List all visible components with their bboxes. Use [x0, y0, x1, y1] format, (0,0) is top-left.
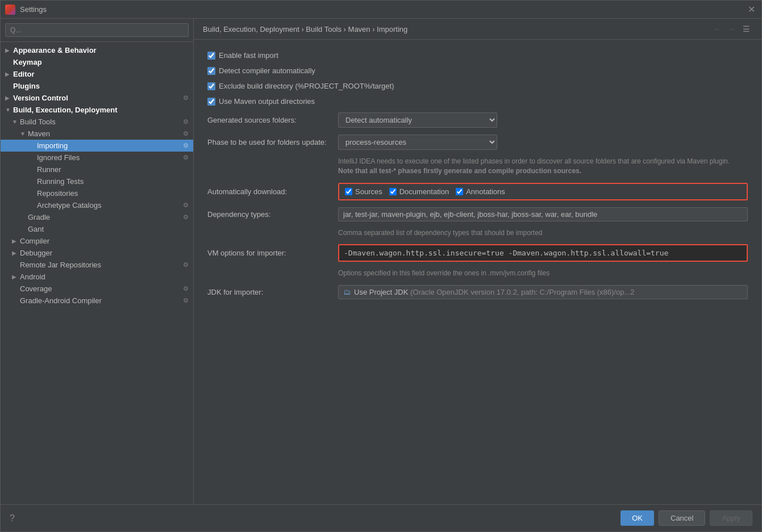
tree-label-gradle-android-compiler: Gradle-Android Compiler: [20, 296, 183, 305]
tree-label-debugger: Debugger: [20, 249, 189, 257]
generated-sources-label: Generated sources folders:: [207, 116, 338, 124]
checkbox-label-use-maven-output[interactable]: Use Maven output directories: [207, 97, 315, 106]
jdk-value: Use Project JDK (Oracle OpenJDK version …: [354, 288, 635, 296]
phase-info-text: IntelliJ IDEA needs to execute one of th…: [207, 157, 748, 176]
checkbox-use-maven-output[interactable]: [207, 98, 215, 106]
checkbox-row-exclude-build-dir: Exclude build directory (%PROJECT_ROOT%/…: [207, 82, 748, 90]
sidebar-item-maven[interactable]: ▼Maven⚙: [1, 128, 193, 140]
generated-sources-field: Generated sources folders: Detect automa…: [207, 112, 748, 128]
auto-download-text-documentation: Documentation: [399, 187, 449, 196]
title-bar: Settings ✕: [1, 1, 761, 19]
tree-label-gant: Gant: [28, 225, 189, 233]
sidebar-item-version-control[interactable]: ▶Version Control⚙: [1, 92, 193, 104]
sidebar-item-plugins[interactable]: Plugins: [1, 80, 193, 92]
vm-options-field: VM options for importer:: [207, 244, 748, 262]
auto-download-text-sources: Sources: [355, 187, 382, 196]
nav-forward-button[interactable]: →: [726, 23, 738, 35]
settings-tree: ▶Appearance & BehaviorKeymap▶EditorPlugi…: [1, 42, 193, 504]
tree-label-archetype-catalogs: Archetype Catalogs: [37, 201, 183, 210]
auto-download-label-annotations[interactable]: Annotations: [456, 187, 505, 196]
jdk-icon: 🗂: [343, 288, 351, 296]
tree-arrow-android: ▶: [12, 274, 20, 280]
tree-arrow-editor: ▶: [5, 71, 13, 77]
tree-label-plugins: Plugins: [13, 82, 189, 90]
tree-label-running-tests: Running Tests: [37, 177, 189, 186]
checkbox-text-detect-compiler: Detect compiler automatically: [219, 66, 315, 75]
ok-button[interactable]: OK: [621, 510, 654, 526]
sidebar-item-gradle[interactable]: Gradle⚙: [1, 211, 193, 223]
nav-menu-button[interactable]: ☰: [740, 23, 752, 35]
tree-label-compiler: Compiler: [20, 237, 189, 245]
tree-label-version-control: Version Control: [13, 94, 183, 102]
sidebar-item-debugger[interactable]: ▶Debugger: [1, 247, 193, 259]
sidebar-item-compiler[interactable]: ▶Compiler: [1, 235, 193, 247]
jdk-selector[interactable]: 🗂 Use Project JDK (Oracle OpenJDK versio…: [338, 285, 748, 299]
auto-download-checkbox-sources[interactable]: [345, 188, 352, 195]
tree-arrow-compiler: ▶: [12, 238, 20, 244]
sidebar-item-gant[interactable]: Gant: [1, 223, 193, 235]
checkbox-detect-compiler[interactable]: [207, 67, 215, 75]
settings-content: Enable fast importDetect compiler automa…: [194, 40, 761, 504]
checkbox-label-detect-compiler[interactable]: Detect compiler automatically: [207, 66, 315, 75]
auto-download-checkbox-documentation[interactable]: [389, 188, 397, 195]
sidebar-item-runner[interactable]: Runner: [1, 164, 193, 175]
checkbox-exclude-build-dir[interactable]: [207, 82, 215, 90]
sidebar-item-running-tests[interactable]: Running Tests: [1, 175, 193, 187]
sidebar-item-gradle-android-compiler[interactable]: Gradle-Android Compiler⚙: [1, 295, 193, 307]
nav-back-button[interactable]: ←: [711, 23, 723, 35]
sidebar-item-archetype-catalogs[interactable]: Archetype Catalogs⚙: [1, 199, 193, 211]
jdk-label: JDK for importer:: [207, 288, 338, 296]
jdk-field: JDK for importer: 🗂 Use Project JDK (Ora…: [207, 285, 748, 299]
sidebar: ▶Appearance & BehaviorKeymap▶EditorPlugi…: [1, 19, 194, 504]
checkbox-enable-fast-import[interactable]: [207, 52, 215, 60]
sidebar-item-build-exec-deploy[interactable]: ▼Build, Execution, Deployment: [1, 104, 193, 116]
checkbox-label-enable-fast-import[interactable]: Enable fast import: [207, 51, 278, 60]
sidebar-item-coverage[interactable]: Coverage⚙: [1, 283, 193, 295]
auto-download-checkbox-annotations[interactable]: [456, 188, 463, 195]
sidebar-item-build-tools[interactable]: ▼Build Tools⚙: [1, 116, 193, 128]
gear-icon-coverage: ⚙: [183, 285, 189, 292]
sidebar-item-importing[interactable]: Importing⚙: [1, 140, 193, 152]
tree-label-appearance: Appearance & Behavior: [13, 46, 189, 55]
auto-download-label: Automatically download:: [207, 187, 338, 196]
dependency-types-control: [338, 207, 748, 221]
gear-icon-remote-jar-repos: ⚙: [183, 261, 189, 269]
tree-label-remote-jar-repos: Remote Jar Repositories: [20, 261, 183, 269]
app-icon: [5, 5, 15, 15]
close-button[interactable]: ✕: [748, 5, 757, 14]
dependency-types-hint: Comma separated list of dependency types…: [207, 228, 748, 238]
phase-field: Phase to be used for folders update: pro…: [207, 135, 748, 150]
sidebar-item-appearance[interactable]: ▶Appearance & Behavior: [1, 44, 193, 56]
checkbox-label-exclude-build-dir[interactable]: Exclude build directory (%PROJECT_ROOT%/…: [207, 82, 394, 90]
gear-icon-gradle: ⚙: [183, 213, 189, 221]
footer: ? OK Cancel Apply: [1, 504, 761, 531]
auto-download-label-sources[interactable]: Sources: [345, 187, 382, 196]
dependency-types-label: Dependency types:: [207, 210, 338, 219]
breadcrumb-nav: ← → ☰: [711, 23, 752, 35]
apply-button[interactable]: Apply: [710, 510, 752, 526]
tree-label-coverage: Coverage: [20, 284, 183, 293]
sidebar-item-repositories[interactable]: Repositories: [1, 187, 193, 199]
auto-download-control: SourcesDocumentationAnnotations: [338, 183, 748, 200]
jdk-control: 🗂 Use Project JDK (Oracle OpenJDK versio…: [338, 285, 748, 299]
sidebar-item-ignored-files[interactable]: Ignored Files⚙: [1, 152, 193, 164]
footer-buttons: OK Cancel Apply: [621, 510, 752, 526]
generated-sources-select[interactable]: Detect automatically Each generated sour…: [338, 112, 497, 128]
cancel-button[interactable]: Cancel: [659, 510, 705, 526]
sidebar-item-keymap[interactable]: Keymap: [1, 56, 193, 68]
sidebar-item-android[interactable]: ▶Android: [1, 271, 193, 283]
breadcrumb: Build, Execution, Deployment › Build Too…: [203, 25, 407, 33]
gear-icon-version-control: ⚙: [183, 94, 189, 102]
phase-select[interactable]: process-resources generate-sources gener…: [338, 135, 497, 150]
gear-icon-ignored-files: ⚙: [183, 154, 189, 161]
checkbox-row-detect-compiler: Detect compiler automatically: [207, 66, 748, 75]
dependency-types-input[interactable]: [338, 207, 748, 221]
auto-download-label-documentation[interactable]: Documentation: [389, 187, 449, 196]
tree-label-build-exec-deploy: Build, Execution, Deployment: [13, 106, 189, 114]
help-button[interactable]: ?: [10, 513, 15, 523]
vm-options-input[interactable]: [338, 244, 748, 262]
search-input[interactable]: [5, 23, 189, 37]
tree-label-editor: Editor: [13, 70, 189, 78]
sidebar-item-editor[interactable]: ▶Editor: [1, 68, 193, 80]
sidebar-item-remote-jar-repos[interactable]: Remote Jar Repositories⚙: [1, 259, 193, 271]
